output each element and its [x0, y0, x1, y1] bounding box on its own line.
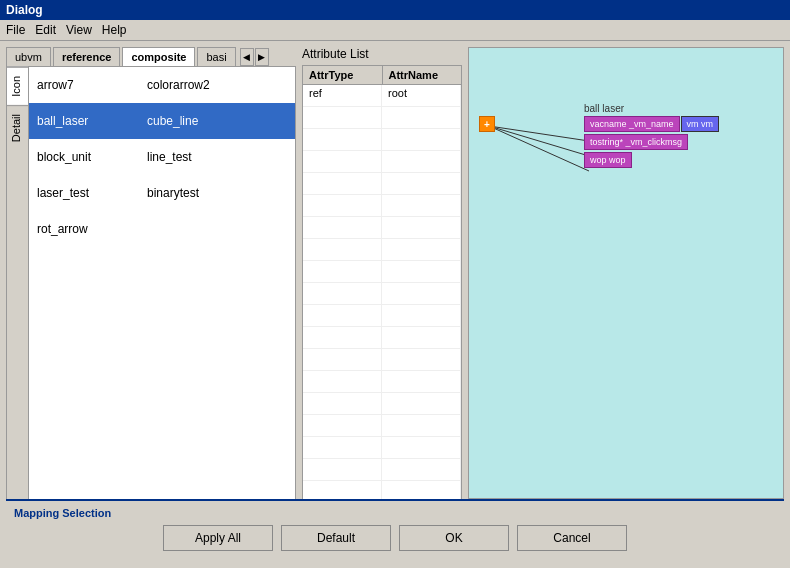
attr-row: ref root	[303, 85, 461, 107]
attr-row	[303, 459, 461, 481]
apply-all-button[interactable]: Apply All	[163, 525, 273, 551]
attr-col-type: AttrType	[303, 66, 383, 84]
vtab-icon[interactable]: Icon	[7, 67, 28, 105]
title-bar: Dialog	[0, 0, 790, 20]
list-item[interactable]: block_unit line_test	[29, 139, 295, 175]
bottom-section: Mapping Selection Apply All Default OK C…	[6, 499, 784, 557]
ok-button[interactable]: OK	[399, 525, 509, 551]
menu-file[interactable]: File	[6, 23, 25, 37]
node-field-2: tostring* _vm_clickmsg	[584, 134, 719, 150]
svg-line-2	[489, 126, 589, 171]
tab-reference[interactable]: reference	[53, 47, 121, 66]
attr-row	[303, 371, 461, 393]
svg-line-1	[489, 126, 589, 156]
list-item[interactable]: arrow7 colorarrow2	[29, 67, 295, 103]
tab-nav-next[interactable]: ▶	[255, 48, 269, 66]
list-item[interactable]: laser_test binarytest	[29, 175, 295, 211]
default-button[interactable]: Default	[281, 525, 391, 551]
canvas-area: + ball laser vacname _vm_name vm vm tost…	[469, 48, 783, 498]
tab-nav-prev[interactable]: ◀	[240, 48, 254, 66]
attr-row	[303, 195, 461, 217]
list-item[interactable]: ball_laser cube_line	[29, 103, 295, 139]
menu-bar: File Edit View Help	[0, 20, 790, 41]
attr-row	[303, 129, 461, 151]
menu-edit[interactable]: Edit	[35, 23, 56, 37]
title-bar-label: Dialog	[6, 3, 43, 17]
attr-row	[303, 437, 461, 459]
mapping-label: Mapping Selection	[14, 507, 776, 519]
vtab-detail[interactable]: Detail	[7, 105, 28, 150]
attr-row	[303, 283, 461, 305]
node-field-1: vacname _vm_name vm vm	[584, 116, 719, 132]
canvas-panel: + ball laser vacname _vm_name vm vm tost…	[468, 47, 784, 499]
attr-col-name: AttrName	[383, 66, 462, 84]
svg-line-0	[489, 126, 589, 141]
node-field-3: wop wop	[584, 152, 719, 168]
attr-row	[303, 261, 461, 283]
menu-view[interactable]: View	[66, 23, 92, 37]
attr-row	[303, 217, 461, 239]
list-item[interactable]: rot_arrow	[29, 211, 295, 247]
attr-row	[303, 151, 461, 173]
attr-row	[303, 239, 461, 261]
attr-row	[303, 327, 461, 349]
attr-row	[303, 173, 461, 195]
ball-laser-node: ball laser vacname _vm_name vm vm tostri…	[584, 103, 719, 168]
node-title: ball laser	[584, 103, 719, 114]
button-row: Apply All Default OK Cancel	[14, 525, 776, 551]
item-list: arrow7 colorarrow2 ball_laser cube_line …	[28, 66, 296, 506]
tab-composite[interactable]: composite	[122, 47, 195, 66]
attr-row	[303, 349, 461, 371]
attr-row	[303, 415, 461, 437]
attr-row	[303, 393, 461, 415]
attr-row	[303, 305, 461, 327]
cancel-button[interactable]: Cancel	[517, 525, 627, 551]
attr-table: AttrType AttrName ref root	[302, 65, 462, 520]
attr-row	[303, 107, 461, 129]
tab-ubvm[interactable]: ubvm	[6, 47, 51, 66]
attr-list-title: Attribute List	[302, 47, 462, 61]
menu-help[interactable]: Help	[102, 23, 127, 37]
tab-basi[interactable]: basi	[197, 47, 235, 66]
node-input-icon: +	[479, 116, 495, 132]
